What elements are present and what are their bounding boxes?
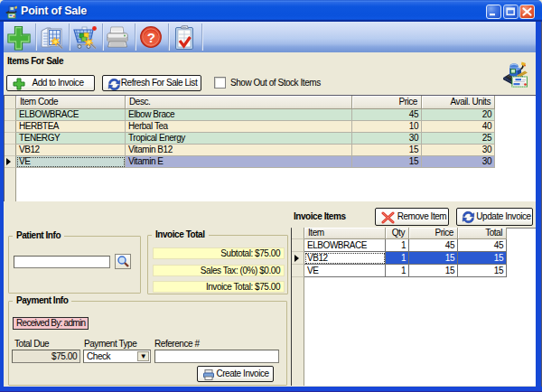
svg-text:?: ? xyxy=(147,30,155,45)
